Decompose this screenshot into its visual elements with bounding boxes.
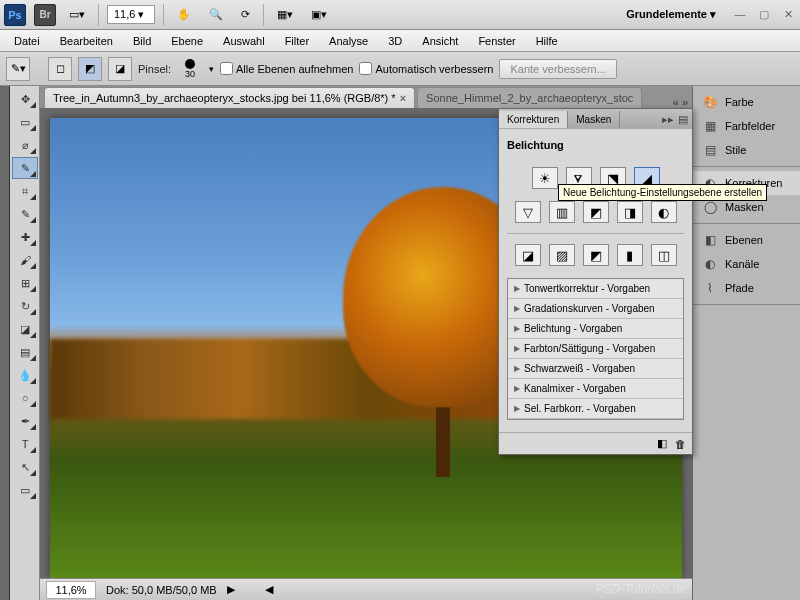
preset-item[interactable]: Farbton/Sättigung - Vorgaben xyxy=(508,339,683,359)
tab-masken[interactable]: Masken xyxy=(568,111,620,128)
adjustment-layer-icon[interactable]: ◧ xyxy=(657,437,667,450)
menu-datei[interactable]: Datei xyxy=(6,32,48,50)
history-brush-tool[interactable]: ↻ xyxy=(12,295,38,317)
brush-size-picker[interactable]: 30 xyxy=(177,59,203,79)
menu-fenster[interactable]: Fenster xyxy=(470,32,523,50)
document-tab-inactive[interactable]: Sonne_Himmel_2_by_archaeopteryx_stoc xyxy=(417,87,642,108)
panel-menu-icon[interactable]: ▤ xyxy=(678,113,688,126)
menu-filter[interactable]: Filter xyxy=(277,32,317,50)
menu-hilfe[interactable]: Hilfe xyxy=(528,32,566,50)
path-selection-tool[interactable]: ↖ xyxy=(12,456,38,478)
panel-farbe[interactable]: 🎨Farbe xyxy=(693,90,800,114)
hand-tool-icon[interactable]: ✋ xyxy=(172,5,196,24)
preset-item[interactable]: Kanalmixer - Vorgaben xyxy=(508,379,683,399)
menu-3d[interactable]: 3D xyxy=(380,32,410,50)
menu-ansicht[interactable]: Ansicht xyxy=(414,32,466,50)
status-scroll-left[interactable]: ◀ xyxy=(265,583,273,596)
new-selection-icon[interactable]: ◻ xyxy=(48,57,72,81)
invert-icon[interactable]: ◪ xyxy=(515,244,541,266)
preset-item[interactable]: Belichtung - Vorgaben xyxy=(508,319,683,339)
tooltip: Neue Belichtung-Einstellungsebene erstel… xyxy=(558,184,767,201)
maximize-button[interactable]: ▢ xyxy=(756,7,772,23)
vibrance-icon[interactable]: ▽ xyxy=(515,201,541,223)
menu-auswahl[interactable]: Auswahl xyxy=(215,32,273,50)
app-topbar: Ps Br ▭▾ 11,6 ▾ ✋ 🔍 ⟳ ▦▾ ▣▾ Grundelement… xyxy=(0,0,800,30)
masks-icon: ◯ xyxy=(701,199,719,215)
eraser-tool[interactable]: ◪ xyxy=(12,318,38,340)
move-tool[interactable]: ✥ xyxy=(12,88,38,110)
preset-list[interactable]: Tonwertkorrektur - Vorgaben Gradationsku… xyxy=(507,278,684,420)
preset-item[interactable]: Schwarzweiß - Vorgaben xyxy=(508,359,683,379)
brightness-contrast-icon[interactable]: ☀ xyxy=(532,167,558,189)
gradient-tool[interactable]: ▤ xyxy=(12,341,38,363)
document-tab-active[interactable]: Tree_in_Autumn3_by_archaeopteryx_stocks.… xyxy=(44,87,415,108)
refine-edge-button[interactable]: Kante verbessern... xyxy=(499,59,616,79)
preset-item[interactable]: Tonwertkorrektur - Vorgaben xyxy=(508,279,683,299)
right-panel-dock: 🎨Farbe ▦Farbfelder ▤Stile ◐Korrekturen ◯… xyxy=(692,86,800,600)
panel-farbfelder[interactable]: ▦Farbfelder xyxy=(693,114,800,138)
preset-item[interactable]: Gradationskurven - Vorgaben xyxy=(508,299,683,319)
menu-analyse[interactable]: Analyse xyxy=(321,32,376,50)
selective-color-icon[interactable]: ◫ xyxy=(651,244,677,266)
tab-close-icon[interactable]: × xyxy=(400,92,406,104)
shape-tool[interactable]: ▭ xyxy=(12,479,38,501)
color-balance-icon[interactable]: ◩ xyxy=(583,201,609,223)
channels-icon: ◐ xyxy=(701,256,719,272)
panel-stile[interactable]: ▤Stile xyxy=(693,138,800,162)
lasso-tool[interactable]: ⌀ xyxy=(12,134,38,156)
watermark-text: PSD-Tutorials.de xyxy=(596,582,686,596)
tab-korrekturen[interactable]: Korrekturen xyxy=(499,111,568,128)
quick-selection-tool[interactable]: ✎ xyxy=(12,157,38,179)
healing-brush-tool[interactable]: ✚ xyxy=(12,226,38,248)
status-menu-arrow[interactable]: ▶ xyxy=(227,583,235,596)
panel-collapse-icon[interactable]: ▸▸ xyxy=(662,113,674,126)
tool-preset-icon[interactable]: ✎▾ xyxy=(6,57,30,81)
panel-ebenen[interactable]: ◧Ebenen xyxy=(693,228,800,252)
pen-tool[interactable]: ✒ xyxy=(12,410,38,432)
trash-icon[interactable]: 🗑 xyxy=(675,438,686,450)
black-white-icon[interactable]: ◨ xyxy=(617,201,643,223)
threshold-icon[interactable]: ◩ xyxy=(583,244,609,266)
subtract-selection-icon[interactable]: ◪ xyxy=(108,57,132,81)
workspace-selector[interactable]: Grundelemente ▾ xyxy=(618,4,724,25)
eyedropper-tool[interactable]: ✎ xyxy=(12,203,38,225)
layers-icon: ◧ xyxy=(701,232,719,248)
dodge-tool[interactable]: ○ xyxy=(12,387,38,409)
bridge-logo-icon[interactable]: Br xyxy=(34,4,56,26)
blur-tool[interactable]: 💧 xyxy=(12,364,38,386)
clone-stamp-tool[interactable]: ⊞ xyxy=(12,272,38,294)
sample-all-layers-checkbox[interactable]: Alle Ebenen aufnehmen xyxy=(220,62,353,75)
tab-scroll-arrows[interactable]: « » xyxy=(669,96,692,108)
photo-filter-icon[interactable]: ◐ xyxy=(651,201,677,223)
screen-mode-icon[interactable]: ▣▾ xyxy=(306,5,332,24)
zoom-dropdown[interactable]: 11,6 ▾ xyxy=(107,5,155,24)
panel-pfade[interactable]: ⌇Pfade xyxy=(693,276,800,300)
adjustments-panel: Korrekturen Masken ▸▸▤ Belichtung ☀ ⛛ ⬔ … xyxy=(498,108,693,455)
status-zoom-input[interactable]: 11,6% xyxy=(46,581,96,599)
separator xyxy=(98,4,99,26)
options-bar: ✎▾ ◻ ◩ ◪ Pinsel: 30 ▾ Alle Ebenen aufneh… xyxy=(0,52,800,86)
posterize-icon[interactable]: ▨ xyxy=(549,244,575,266)
preset-item[interactable]: Sel. Farbkorr. - Vorgaben xyxy=(508,399,683,419)
type-tool[interactable]: T xyxy=(12,433,38,455)
zoom-tool-icon[interactable]: 🔍 xyxy=(204,5,228,24)
panel-kanale[interactable]: ◐Kanäle xyxy=(693,252,800,276)
menu-bearbeiten[interactable]: Bearbeiten xyxy=(52,32,121,50)
crop-tool[interactable]: ⌗ xyxy=(12,180,38,202)
add-selection-icon[interactable]: ◩ xyxy=(78,57,102,81)
menu-bild[interactable]: Bild xyxy=(125,32,159,50)
rotate-view-icon[interactable]: ⟳ xyxy=(236,5,255,24)
auto-enhance-checkbox[interactable]: Automatisch verbessern xyxy=(359,62,493,75)
hue-saturation-icon[interactable]: ▥ xyxy=(549,201,575,223)
minimize-button[interactable]: — xyxy=(732,7,748,23)
brush-tool[interactable]: 🖌 xyxy=(12,249,38,271)
arrange-docs-icon[interactable]: ▦▾ xyxy=(272,5,298,24)
main-menubar: Datei Bearbeiten Bild Ebene Auswahl Filt… xyxy=(0,30,800,52)
layout-dropdown[interactable]: ▭▾ xyxy=(64,5,90,24)
gradient-map-icon[interactable]: ▮ xyxy=(617,244,643,266)
menu-ebene[interactable]: Ebene xyxy=(163,32,211,50)
collapsed-panel-strip[interactable] xyxy=(0,86,10,600)
styles-icon: ▤ xyxy=(701,142,719,158)
close-button[interactable]: ✕ xyxy=(780,7,796,23)
marquee-tool[interactable]: ▭ xyxy=(12,111,38,133)
